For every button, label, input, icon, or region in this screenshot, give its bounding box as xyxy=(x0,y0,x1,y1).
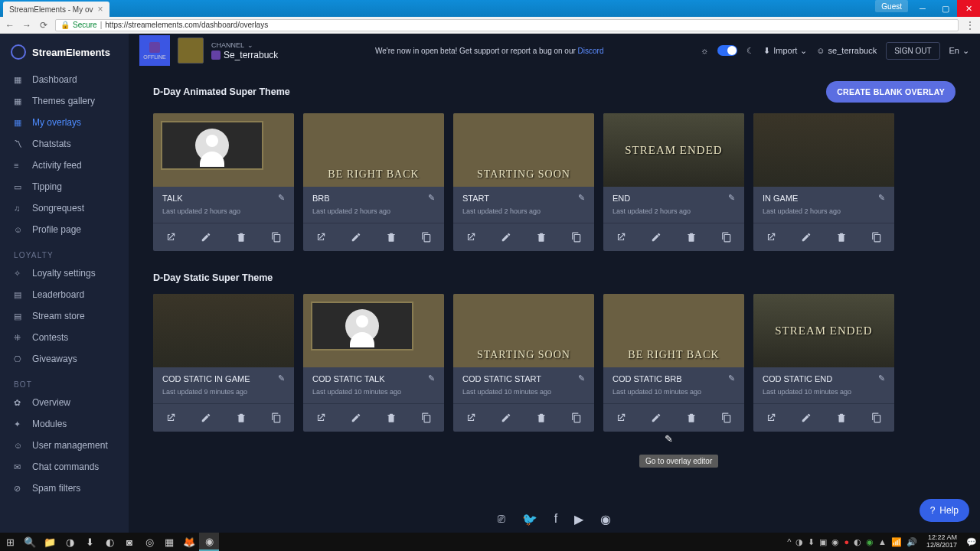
tray-icon[interactable]: ^ xyxy=(787,537,791,546)
launch-icon[interactable] xyxy=(153,223,188,251)
edit-icon[interactable]: ✎ xyxy=(278,373,285,383)
edit-icon[interactable]: ✎ xyxy=(578,373,585,383)
chrome-icon[interactable]: ◉ xyxy=(199,533,219,551)
channel-label[interactable]: CHANNEL⌄ xyxy=(211,41,278,49)
sidebar-item-leaderboard[interactable]: ▤Leaderboard xyxy=(0,284,129,305)
tray-icon[interactable]: ◉ xyxy=(831,537,839,547)
reload-icon[interactable]: ⟳ xyxy=(38,20,49,31)
tray-icon[interactable]: ● xyxy=(844,537,849,546)
sidebar-item-spam-filters[interactable]: ⊘Spam filters xyxy=(0,478,129,499)
sidebar-item-chatstats[interactable]: 〽Chatstats xyxy=(0,133,129,155)
discord-link[interactable]: Discord xyxy=(578,47,604,55)
edit-icon[interactable]: ✎ xyxy=(428,193,435,203)
launch-icon[interactable] xyxy=(153,404,188,432)
copy-icon[interactable] xyxy=(409,404,444,432)
clock[interactable]: 12:22 AM12/8/2017 xyxy=(922,534,962,549)
tray-icon[interactable]: ◑ xyxy=(795,537,803,547)
edit-icon[interactable] xyxy=(488,223,524,251)
overlay-thumbnail[interactable]: STREAM ENDED xyxy=(603,113,744,187)
launch-icon[interactable] xyxy=(603,404,639,432)
import-button[interactable]: ⬇Import⌄ xyxy=(763,46,807,56)
sidebar-item-profile-page[interactable]: ☺Profile page xyxy=(0,219,129,240)
edit-icon[interactable]: ✎ xyxy=(878,193,885,203)
edit-icon[interactable]: ✎ xyxy=(878,373,885,383)
launch-icon[interactable] xyxy=(303,404,338,432)
tray-icon[interactable]: ◐ xyxy=(854,537,861,547)
sidebar-item-contests[interactable]: ⁜Contests xyxy=(0,327,129,348)
delete-icon[interactable] xyxy=(224,404,259,432)
overlay-thumbnail[interactable] xyxy=(303,294,444,367)
discord-icon[interactable]: ◉ xyxy=(600,512,611,527)
delete-icon[interactable] xyxy=(374,223,409,251)
obs-icon[interactable]: ◎ xyxy=(139,533,159,551)
logo[interactable]: StreamElements xyxy=(0,40,129,69)
overlay-thumbnail[interactable]: STARTING SOON xyxy=(453,294,594,367)
edit-icon[interactable] xyxy=(188,223,224,251)
sidebar-item-chat-commands[interactable]: ✉Chat commands xyxy=(0,456,129,478)
tray-icon[interactable]: ▲ xyxy=(878,537,887,546)
facebook-icon[interactable]: f xyxy=(554,512,557,527)
volume-icon[interactable]: 🔊 xyxy=(906,537,917,547)
copy-icon[interactable] xyxy=(259,223,294,251)
copy-icon[interactable] xyxy=(859,404,894,432)
twitch-icon[interactable]: ⎚ xyxy=(498,512,505,527)
launch-icon[interactable] xyxy=(603,223,639,251)
channel-avatar[interactable] xyxy=(178,37,204,64)
overlay-thumbnail[interactable] xyxy=(753,113,894,187)
youtube-icon[interactable]: ▶ xyxy=(574,512,583,527)
overlay-thumbnail[interactable]: BE RIGHT BACK xyxy=(303,113,444,187)
delete-icon[interactable] xyxy=(824,223,859,251)
edit-icon[interactable]: ✎ xyxy=(428,373,435,383)
sidebar-item-stream-store[interactable]: ▤Stream store xyxy=(0,305,129,327)
steam-icon[interactable]: ◑ xyxy=(60,533,80,551)
user-menu[interactable]: ☺se_terrabuck xyxy=(816,46,877,55)
sidebar-item-activity-feed[interactable]: ≡Activity feed xyxy=(0,155,129,176)
delete-icon[interactable] xyxy=(674,404,709,432)
close-icon[interactable]: × xyxy=(97,4,103,15)
wifi-icon[interactable]: 📶 xyxy=(891,537,902,547)
delete-icon[interactable] xyxy=(674,223,709,251)
help-button[interactable]: ?Help xyxy=(920,499,969,522)
tray-icon[interactable]: ⬇ xyxy=(808,537,815,547)
app-icon[interactable]: ⬇ xyxy=(80,533,100,551)
delete-icon[interactable] xyxy=(824,404,859,432)
sidebar-item-loyalty-settings[interactable]: ✧Loyalty settings xyxy=(0,262,129,284)
delete-icon[interactable] xyxy=(524,223,559,251)
edit-icon[interactable] xyxy=(789,404,824,432)
sidebar-item-themes-gallery[interactable]: ▦Themes gallery xyxy=(0,90,129,112)
copy-icon[interactable] xyxy=(559,223,594,251)
twitter-icon[interactable]: 🐦 xyxy=(522,512,537,527)
launch-icon[interactable] xyxy=(303,223,338,251)
copy-icon[interactable] xyxy=(409,223,444,251)
launch-icon[interactable] xyxy=(453,404,488,432)
maximize-icon[interactable]: ▢ xyxy=(934,0,957,17)
app-icon[interactable]: ◐ xyxy=(100,533,119,551)
sidebar-item-modules[interactable]: ✦Modules xyxy=(0,413,129,435)
url-input[interactable]: 🔒 Secure | https://streamelements.com/da… xyxy=(55,19,959,31)
sidebar-item-overview[interactable]: ✿Overview xyxy=(0,392,129,413)
browser-tab[interactable]: StreamElements - My ov × xyxy=(3,2,109,17)
launch-icon[interactable] xyxy=(453,223,488,251)
back-icon[interactable]: ← xyxy=(5,20,15,31)
edit-icon[interactable] xyxy=(639,404,674,432)
edit-icon[interactable] xyxy=(789,223,824,251)
create-overlay-button[interactable]: CREATE BLANK OVERLAY xyxy=(826,81,956,103)
minimize-icon[interactable]: ─ xyxy=(911,0,934,17)
edit-icon[interactable] xyxy=(188,404,224,432)
edit-icon[interactable] xyxy=(338,404,374,432)
copy-icon[interactable] xyxy=(259,404,294,432)
copy-icon[interactable] xyxy=(709,223,744,251)
notifications-icon[interactable]: 💬 xyxy=(966,537,977,547)
edit-icon[interactable]: ✎ xyxy=(728,193,735,203)
delete-icon[interactable] xyxy=(524,404,559,432)
copy-icon[interactable] xyxy=(859,223,894,251)
sidebar-item-tipping[interactable]: ▭Tipping xyxy=(0,176,129,197)
tray-icon[interactable]: ◉ xyxy=(866,537,874,547)
copy-icon[interactable] xyxy=(559,404,594,432)
edit-icon[interactable]: ✎ xyxy=(278,193,285,203)
launch-icon[interactable] xyxy=(753,223,789,251)
sidebar-item-user-management[interactable]: ☺User management xyxy=(0,435,129,456)
app-icon[interactable]: ▦ xyxy=(159,533,179,551)
edit-icon[interactable]: ✎ xyxy=(728,373,735,383)
overlay-thumbnail[interactable]: STARTING SOON xyxy=(453,113,594,187)
